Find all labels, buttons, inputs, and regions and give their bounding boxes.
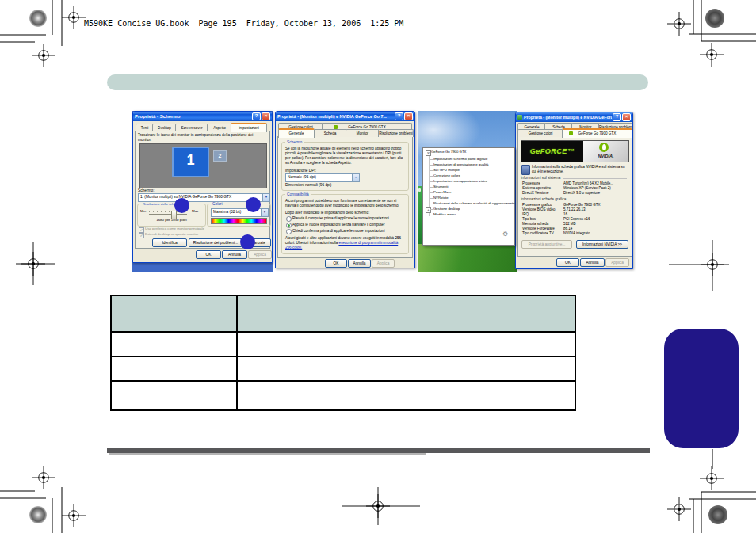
cancel-button[interactable]: Annulla [348, 259, 371, 268]
identify-button[interactable]: Identifica [152, 238, 187, 247]
help-button[interactable]: ? [613, 113, 621, 121]
tab-desktop[interactable]: Desktop [152, 124, 177, 131]
menu-item[interactable]: NVRotate [433, 196, 449, 200]
dialog2-titlebar: Proprietà - (Monitor multipli) e NVIDIA … [276, 112, 414, 121]
nvidia-context-menu: + GeForce Go 7900 GTX Impostazioni scher… [422, 147, 515, 246]
cancel-button[interactable]: Annulla [222, 250, 247, 259]
colors-select-value: Massima (32 bit) [213, 209, 268, 215]
radio-ask-confirm[interactable] [286, 229, 292, 234]
gpu-row-label: IRQ [522, 212, 529, 217]
ok-button[interactable]: OK [556, 258, 579, 267]
gpu-row-value: GeForce Go 7900 GTX [563, 203, 601, 207]
menu-item[interactable]: Impostazioni sovrapposizione video [433, 179, 487, 184]
colors-select[interactable]: Massima (32 bit) ▼ [211, 208, 269, 217]
help-button[interactable]: ? [395, 112, 403, 120]
menu-header[interactable]: GeForce Go 7900 GTX [431, 150, 466, 154]
gpu-row-label: Memoria scheda [522, 222, 548, 227]
after-change-label: Dopo aver modificato le impostazioni del… [285, 211, 404, 215]
close-icon[interactable]: × [622, 113, 631, 121]
gear-icon[interactable]: ⚙ [502, 230, 508, 238]
extend-desktop-checkbox[interactable]: ✓ [139, 233, 144, 238]
tab-screensaver[interactable]: Screen saver [175, 124, 208, 131]
nvidia-info-button[interactable]: Informazioni NVIDIA >> [576, 240, 628, 249]
screenshot-general-dpi: Proprietà - (Monitor multipli) e NVIDIA … [275, 111, 415, 272]
menu-item-modifica-menu[interactable]: Modifica menu [433, 212, 456, 217]
dialog4-title: Proprietà - (Monitor multipli) e NVIDIA … [517, 112, 612, 122]
gpu-row-value: PCI Express x16 [563, 217, 590, 222]
tab-monitor[interactable]: Monitor [346, 129, 380, 137]
close-icon[interactable]: × [404, 112, 413, 120]
dpi-select-value: Normale (96 dpi) [288, 174, 359, 181]
ok-button[interactable]: OK [196, 250, 221, 259]
dialog-general-dpi: Proprietà - (Monitor multipli) e NVIDIA … [275, 111, 415, 268]
tab-impostazioni[interactable]: Impostazioni [231, 123, 267, 132]
system-info-header: Informazioni sul sistema [521, 176, 560, 181]
chevron-down-icon[interactable]: ▼ [352, 174, 359, 181]
close-icon[interactable]: × [262, 112, 270, 120]
apply-button: Applica [605, 258, 629, 267]
dialog4-titlebar: Proprietà - (Monitor multipli) e NVIDIA … [516, 112, 632, 122]
table-row [112, 382, 575, 409]
screen-group: Schermo Se con la risoluzione attuale gl… [281, 142, 409, 191]
gpu-row-value: 86.14 [563, 227, 572, 231]
menu-item[interactable]: PowerMizer [433, 190, 452, 195]
gpu-row-label: Processore grafico [522, 203, 552, 207]
ok-button[interactable]: OK [325, 259, 347, 268]
sys-row-value: AMD Turion(tm) 64 X2 Mobile... [563, 181, 613, 186]
radio-restart[interactable] [286, 216, 292, 222]
menu-item[interactable]: Risoluzioni dello schermo e velocità di … [433, 201, 514, 206]
help-button[interactable]: ? [252, 112, 261, 120]
info-graphic-icon [521, 165, 530, 175]
monitor-2[interactable]: 2 [213, 150, 227, 162]
geforce-banner-right: NVIDIA. [583, 141, 628, 162]
nvidia-info-text: Informazioni sulla scheda grafica NVIDIA… [532, 165, 627, 174]
reference-table [110, 295, 576, 411]
tab-aspetto[interactable]: Aspetto [207, 124, 232, 131]
tab-temi[interactable]: Temi [136, 124, 154, 131]
gpu-row-label: Tipo codificatore TV [522, 231, 554, 236]
radio-ask-confirm-label: Chiedi conferma prima di applicare le nu… [292, 229, 384, 234]
tab-scheda[interactable]: Scheda [313, 129, 347, 137]
callout-dot-advanced [240, 234, 255, 249]
monitor-1[interactable]: 1 [172, 147, 209, 177]
menu-item[interactable]: Correzione colore [433, 173, 460, 178]
tab-gestione-colori[interactable]: Gestione colori [517, 129, 563, 137]
menu-item[interactable]: SLI GPU multiple [433, 168, 460, 173]
window-icon [517, 115, 522, 120]
resolution-group: Risoluzione dello schermo Min Max 1680 p… [137, 204, 206, 227]
cancel-button[interactable]: Annulla [580, 258, 605, 267]
dpi-select[interactable]: Normale (96 dpi) ▼ [285, 173, 360, 182]
screenshot-nvidia-menu: + GeForce Go 7900 GTX Impostazioni scher… [418, 111, 517, 272]
primary-monitor-checkbox[interactable]: ✓ [139, 227, 144, 233]
gpu-row-value: 5.71.22.26.13 [563, 207, 586, 212]
troubleshoot-button[interactable]: Risoluzione dei problemi... [189, 238, 242, 247]
apply-button: Applica [248, 250, 272, 259]
sys-row-label: DirectX Versione [522, 191, 549, 196]
tab-geforce-label: GeForce Go 7900 GTX [578, 131, 617, 135]
gpu-row-value: NVIDIA integrato [563, 231, 590, 236]
menu-item[interactable]: Impostazioni di prestazione e qualità [433, 162, 489, 167]
tab-geforce[interactable]: GeForce Go 7900 GTX [562, 128, 632, 138]
radio-restart-label: Riavvia il computer prima di applicare l… [292, 216, 389, 221]
extend-desktop-label: Estendi desktop su questo monitor [145, 232, 198, 237]
desktop-icon-sliver [418, 186, 422, 244]
menu-item[interactable]: Impostazioni schermo piatto digitale [433, 157, 487, 162]
screen-paragraph: Se con la risoluzione attuale gli elemen… [285, 147, 404, 166]
tab-generale[interactable]: Generale [278, 128, 315, 138]
games-256-note: Alcuni giochi e altre applicazioni devon… [285, 236, 404, 250]
compatibility-group-title: Compatibilità [285, 192, 311, 197]
menu-item[interactable]: Strumenti [433, 185, 448, 189]
chevron-down-icon[interactable]: ▼ [262, 194, 269, 201]
table-row [112, 333, 575, 357]
resolution-value: 1680 per 1050 pixel [138, 218, 205, 223]
section-title-bar [107, 74, 648, 90]
tab-risoluzione-problemi[interactable]: Risoluzione problemi [378, 129, 414, 137]
resolution-slider-track[interactable] [149, 214, 187, 215]
radio-apply-without-restart[interactable] [286, 223, 292, 228]
dialog-nvidia-info: Proprietà - (Monitor multipli) e NVIDIA … [515, 112, 633, 269]
dialog1-instruction: Trascinare le icone dei monitor in corri… [138, 133, 266, 143]
menu-item-gestione-desktop[interactable]: Gestione desktop [433, 207, 460, 211]
compatibility-paragraph: Alcuni programmi potrebbero non funziona… [285, 199, 404, 208]
chevron-down-icon[interactable]: ▼ [261, 209, 268, 216]
sys-row-value: DirectX 9.0 o superiore [563, 191, 600, 196]
